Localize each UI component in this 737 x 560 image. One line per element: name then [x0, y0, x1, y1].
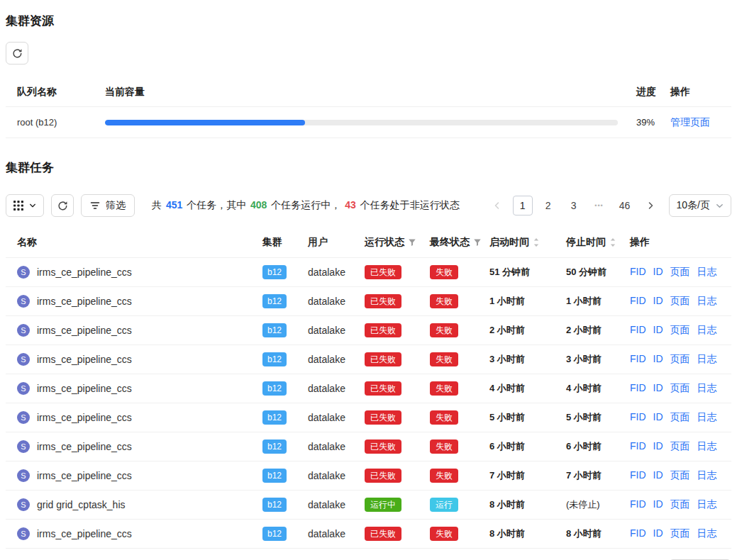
summary-text: 个任务运行中， — [268, 199, 343, 211]
row-action-page[interactable]: 页面 — [670, 527, 690, 540]
table-row: S irms_ce_pipeline_ccs b12 datalake 已失败 … — [6, 374, 731, 403]
page-button[interactable]: 3 — [564, 196, 584, 215]
spark-avatar: S — [17, 527, 30, 540]
filter-icon — [90, 201, 100, 210]
row-action-page[interactable]: 页面 — [670, 411, 690, 424]
row-action-fid[interactable]: FID — [630, 527, 646, 540]
row-action-id[interactable]: ID — [653, 527, 663, 540]
tasks-refresh-button[interactable] — [51, 194, 74, 217]
start-time-sort-icon[interactable] — [533, 237, 540, 247]
stop-time: 3 小时前 — [566, 354, 602, 364]
chevron-down-icon — [716, 202, 724, 210]
spark-avatar: S — [17, 353, 30, 366]
row-action-log[interactable]: 日志 — [697, 527, 717, 540]
row-action-id[interactable]: ID — [653, 382, 663, 395]
manage-page-link[interactable]: 管理页面 — [670, 116, 710, 128]
col-header-user: 用户 — [308, 236, 365, 249]
task-name: irms_ce_pipeline_ccs — [37, 528, 132, 539]
page-button-current[interactable]: 1 — [513, 196, 533, 215]
row-action-page[interactable]: 页面 — [670, 440, 690, 453]
row-action-fid[interactable]: FID — [630, 440, 646, 453]
row-action-log[interactable]: 日志 — [697, 266, 717, 279]
row-action-id[interactable]: ID — [653, 324, 663, 337]
filter-button[interactable]: 筛选 — [81, 194, 135, 217]
final-status-badge: 失败 — [430, 469, 458, 483]
resources-refresh-button[interactable] — [6, 42, 28, 65]
row-action-id[interactable]: ID — [653, 411, 663, 424]
chevron-left-icon — [493, 201, 502, 210]
task-table: 名称 集群 用户 运行状态 最终状态 — [6, 227, 731, 549]
row-actions: FIDID页面日志 — [630, 498, 731, 511]
row-action-page[interactable]: 页面 — [670, 498, 690, 511]
row-actions: FIDID页面日志 — [630, 382, 731, 395]
row-action-page[interactable]: 页面 — [670, 382, 690, 395]
row-action-page[interactable]: 页面 — [670, 324, 690, 337]
run-status-badge: 运行中 — [365, 498, 401, 512]
final-status-filter-icon[interactable] — [473, 238, 482, 247]
row-action-id[interactable]: ID — [653, 469, 663, 482]
page-ellipsis[interactable]: ••• — [589, 196, 609, 215]
row-action-log[interactable]: 日志 — [697, 324, 717, 337]
row-action-fid[interactable]: FID — [630, 498, 646, 511]
row-action-log[interactable]: 日志 — [697, 469, 717, 482]
filter-button-label: 筛选 — [106, 199, 126, 212]
row-action-log[interactable]: 日志 — [697, 440, 717, 453]
row-action-page[interactable]: 页面 — [670, 353, 690, 366]
start-time: 5 小时前 — [489, 412, 525, 422]
row-action-fid[interactable]: FID — [630, 353, 646, 366]
stop-time: 6 小时前 — [566, 441, 602, 452]
run-status-badge: 已失败 — [365, 294, 401, 308]
row-action-fid[interactable]: FID — [630, 295, 646, 308]
col-header-actions: 操作 — [630, 236, 731, 249]
row-action-fid[interactable]: FID — [630, 382, 646, 395]
task-name: irms_ce_pipeline_ccs — [37, 412, 132, 423]
next-page-button[interactable] — [641, 196, 660, 215]
chevron-right-icon — [646, 201, 655, 210]
row-action-id[interactable]: ID — [653, 440, 663, 453]
row-action-fid[interactable]: FID — [630, 469, 646, 482]
page-size-value: 10条/页 — [677, 199, 710, 212]
start-time: 51 分钟前 — [489, 267, 530, 277]
row-action-fid[interactable]: FID — [630, 411, 646, 424]
final-status-badge: 运行 — [430, 498, 458, 512]
row-action-fid[interactable]: FID — [630, 266, 646, 279]
table-row: S irms_ce_pipeline_ccs b12 datalake 已失败 … — [6, 403, 731, 432]
stop-time-sort-icon[interactable] — [609, 237, 616, 247]
row-action-id[interactable]: ID — [653, 266, 663, 279]
final-status-badge: 失败 — [430, 439, 458, 454]
run-status-badge: 已失败 — [365, 381, 401, 396]
page: 集群资源 队列名称 当前容量 进度 操作 root (b12) 39% 管理页面… — [0, 0, 737, 560]
row-action-log[interactable]: 日志 — [697, 382, 717, 395]
row-action-page[interactable]: 页面 — [670, 469, 690, 482]
prev-page-button[interactable] — [487, 196, 507, 215]
row-action-id[interactable]: ID — [653, 353, 663, 366]
progress-percent: 39% — [636, 117, 670, 128]
row-action-log[interactable]: 日志 — [697, 353, 717, 366]
row-actions: FIDID页面日志 — [630, 295, 731, 308]
row-action-fid[interactable]: FID — [630, 324, 646, 337]
summary-total-count: 451 — [166, 199, 182, 211]
page-button[interactable]: 46 — [615, 196, 635, 215]
table-row: S irms_ce_pipeline_ccs b12 datalake 已失败 … — [6, 287, 731, 316]
row-action-page[interactable]: 页面 — [670, 266, 690, 279]
row-action-log[interactable]: 日志 — [697, 295, 717, 308]
resource-table-header: 队列名称 当前容量 进度 操作 — [6, 77, 731, 107]
row-action-id[interactable]: ID — [653, 295, 663, 308]
page-button[interactable]: 2 — [538, 196, 558, 215]
summary-not-running-count: 43 — [345, 199, 356, 211]
col-header-final-status: 最终状态 — [430, 236, 470, 249]
row-action-log[interactable]: 日志 — [697, 411, 717, 424]
row-action-id[interactable]: ID — [653, 498, 663, 511]
run-status-badge: 已失败 — [365, 352, 401, 366]
final-status-badge: 失败 — [430, 265, 458, 279]
col-header-stop-time: 停止时间 — [566, 236, 606, 249]
cluster-badge: b12 — [262, 410, 287, 425]
run-status-badge: 已失败 — [365, 527, 401, 541]
row-action-page[interactable]: 页面 — [670, 295, 690, 308]
row-action-log[interactable]: 日志 — [697, 498, 717, 511]
page-size-select[interactable]: 10条/页 — [669, 194, 731, 217]
run-status-filter-icon[interactable] — [408, 238, 416, 247]
spark-avatar: S — [17, 266, 30, 279]
layout-grid-button[interactable] — [6, 194, 44, 217]
col-header-progress: 进度 — [636, 86, 670, 99]
